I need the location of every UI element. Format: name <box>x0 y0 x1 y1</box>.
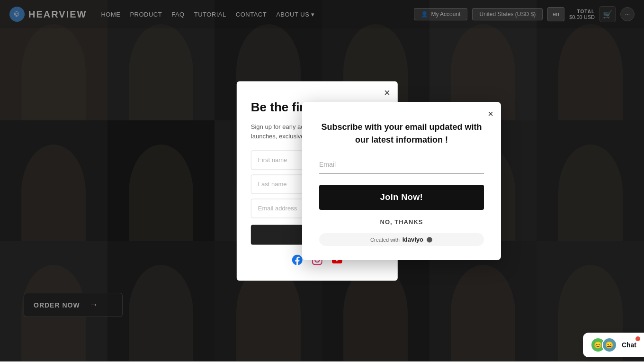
klaviyo-logo: klaviyo <box>402 236 423 243</box>
no-thanks-link[interactable]: NO, THANKS <box>319 218 484 226</box>
subscribe-modal: × Subscribe with your email updated with… <box>302 102 501 260</box>
subscribe-modal-title: Subscribe with your email updated with o… <box>319 121 484 146</box>
klaviyo-badge: Created with klaviyo <box>319 233 484 246</box>
close-button[interactable]: × <box>384 88 390 98</box>
chat-widget[interactable]: 😊 😄 Chat <box>583 333 644 357</box>
close-button[interactable]: × <box>488 109 493 119</box>
email-input[interactable] <box>319 156 484 173</box>
join-now-button[interactable]: Join Now! <box>319 185 484 210</box>
chat-avatar-2: 😄 <box>602 337 617 353</box>
chat-notification-dot <box>635 336 640 341</box>
chat-avatar-group: 😊 😄 <box>590 337 617 353</box>
svg-point-0 <box>427 237 432 243</box>
chat-label: Chat <box>622 341 636 349</box>
